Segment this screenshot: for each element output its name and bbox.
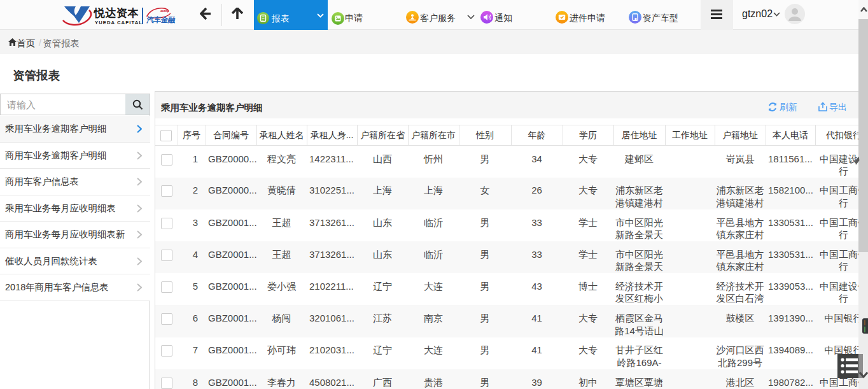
svg-text:auto: auto	[160, 9, 167, 13]
svg-text:汽车金融: 汽车金融	[146, 16, 176, 24]
svg-text:悦达资本: 悦达资本	[93, 7, 139, 19]
svg-text:YUEDA CAPITAL: YUEDA CAPITAL	[95, 20, 143, 25]
